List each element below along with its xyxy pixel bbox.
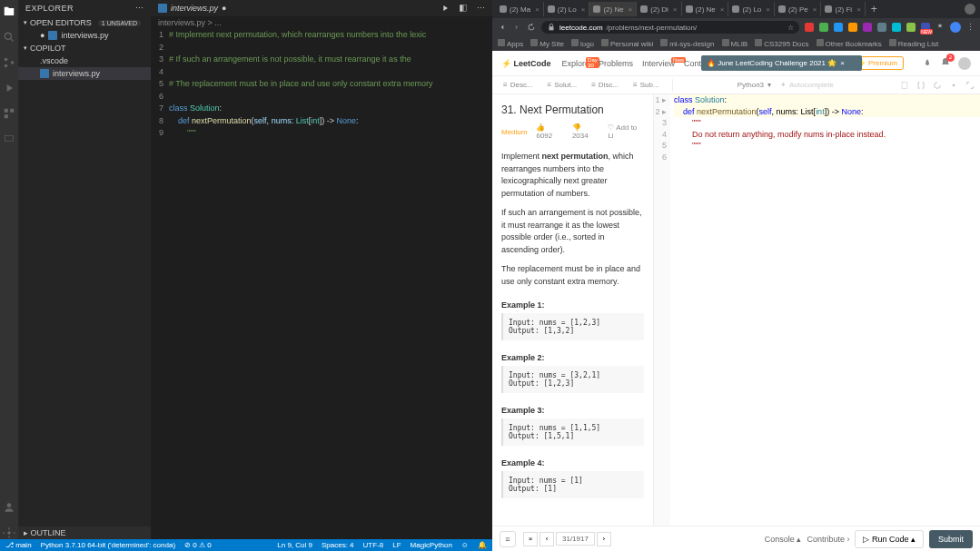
avatar[interactable] (958, 57, 971, 70)
settings-icon[interactable] (949, 81, 958, 90)
editor-tab[interactable]: interviews.py● (151, 2, 233, 15)
outline-section[interactable]: ▸ OUTLINE (18, 526, 151, 539)
extensions-icon[interactable] (3, 107, 15, 120)
nav-link[interactable]: Problems (599, 59, 633, 68)
bookmark-item[interactable]: CS3295 Docs (755, 39, 808, 48)
explorer-icon[interactable] (3, 5, 15, 18)
contribute-link[interactable]: Contribute › (807, 535, 849, 544)
next-button[interactable]: › (597, 532, 611, 546)
search-icon[interactable] (3, 31, 15, 44)
extension-icon[interactable] (834, 23, 843, 32)
system-icon[interactable] (965, 4, 975, 15)
code-content[interactable]: class Solution: def nextPermutation(self… (670, 94, 980, 526)
problem-subtab[interactable]: ≡Solut... (542, 79, 583, 91)
notifications-icon[interactable]: 🔔 (478, 541, 487, 549)
leetcode-logo[interactable]: ⚡ LeetCode (501, 59, 551, 68)
code-editor[interactable]: 123456789 # Implement next permutation, … (151, 29, 492, 539)
notes-icon[interactable] (900, 81, 909, 90)
bookmark-item[interactable]: Personal wiki (601, 39, 653, 48)
more-icon[interactable]: ⋯ (135, 4, 144, 13)
browser-tab[interactable]: (2) Fi× (821, 2, 865, 16)
status-eol[interactable]: LF (392, 541, 401, 549)
browser-tab[interactable]: (2) Di× (637, 2, 681, 16)
prev-button[interactable]: ‹ (539, 532, 554, 546)
remote-icon[interactable] (3, 133, 15, 145)
gear-icon[interactable] (3, 526, 15, 539)
close-icon[interactable]: × (840, 59, 845, 67)
copilot-section[interactable]: ▾COPILOT (18, 42, 151, 54)
status-problems[interactable]: ⊘ 0 ⚠ 0 (184, 541, 212, 549)
browser-tab[interactable]: (2) Lo× (728, 2, 775, 16)
forward-icon[interactable] (512, 23, 521, 32)
brackets-icon[interactable] (916, 81, 926, 90)
problem-subtab[interactable]: ≡Disc... (586, 79, 624, 91)
bookmark-item[interactable]: logo (571, 39, 594, 48)
add-to-list[interactable]: ♡ Add to Li (608, 123, 644, 140)
status-cursor[interactable]: Ln 9, Col 9 (277, 541, 312, 549)
extension-icon[interactable] (892, 23, 901, 32)
bookmark-item[interactable]: Apps (498, 39, 523, 48)
feedback-icon[interactable]: ☺ (461, 541, 469, 549)
notification-icon[interactable]: 2 (940, 57, 951, 70)
back-icon[interactable] (498, 23, 507, 32)
browser-tab[interactable]: (2) Ne× (589, 2, 637, 16)
extension-icon[interactable] (906, 23, 916, 32)
profile-icon[interactable] (950, 22, 961, 33)
folder-item[interactable]: .vscode (18, 54, 151, 67)
leetcode-editor[interactable]: 1 ▸2 ▸3456 class Solution: def nextPermu… (654, 94, 980, 526)
problems-list-button[interactable]: ≡ (500, 531, 516, 547)
status-spaces[interactable]: Spaces: 4 (322, 541, 354, 549)
bookmark-item[interactable]: My Site (530, 39, 564, 48)
star-icon[interactable]: ☆ (787, 24, 794, 32)
extension-icon[interactable] (863, 23, 872, 32)
bookmark-item[interactable]: MLIB (722, 39, 748, 48)
status-encoding[interactable]: UTF-8 (363, 541, 384, 549)
browser-tab[interactable]: (2) Pe× (775, 2, 821, 16)
account-icon[interactable] (3, 501, 15, 514)
challenge-banner[interactable]: 🔥 June LeetCoding Challenge 2021 🌟× (701, 55, 862, 71)
status-branch[interactable]: ⎇ main (5, 541, 32, 549)
problem-subtab[interactable]: ≡Sub... (628, 79, 665, 91)
new-tab-button[interactable]: + (866, 3, 883, 15)
extension-icon[interactable] (819, 23, 828, 32)
autocomplete-toggle[interactable]: ✦ Autocomplete (775, 79, 839, 91)
submit-button[interactable]: Submit (929, 530, 973, 548)
run-icon[interactable] (441, 4, 450, 13)
dislikes[interactable]: 👎 2034 (572, 123, 599, 140)
address-bar[interactable]: leetcode.com/problems/next-permutation/ … (541, 21, 799, 34)
file-item[interactable]: interviews.py (18, 67, 151, 80)
reset-icon[interactable] (933, 81, 942, 90)
menu-icon[interactable]: ⋮ (966, 23, 975, 32)
language-selector[interactable]: Python3 ▾ (737, 81, 771, 89)
debug-icon[interactable] (3, 82, 15, 94)
code-content[interactable]: # Implement next permutation, which rear… (169, 29, 492, 539)
source-control-icon[interactable] (3, 56, 15, 69)
bookmark-item[interactable]: Reading List (889, 39, 938, 48)
reload-icon[interactable] (527, 23, 536, 32)
browser-tab[interactable]: (2) Lo× (544, 2, 590, 16)
nav-link[interactable]: ExploreDay 30 (562, 59, 590, 68)
open-editors-section[interactable]: ▾OPEN EDITORS1 UNSAVED (18, 16, 151, 29)
extension-icon[interactable] (877, 23, 886, 32)
open-editor-item[interactable]: ●interviews.py (18, 29, 151, 42)
more-icon[interactable]: ⋯ (477, 4, 485, 13)
extension-icon[interactable]: NEW (921, 23, 930, 32)
extension-icon[interactable] (805, 23, 814, 32)
bookmark-item[interactable]: Other Bookmarks (817, 39, 882, 48)
streak-icon[interactable] (922, 58, 933, 69)
split-icon[interactable] (459, 4, 468, 13)
browser-tab[interactable]: (2) Ne× (682, 2, 729, 16)
browser-tab[interactable]: (2) Ma× (496, 2, 544, 16)
status-lang[interactable]: MagicPython (411, 541, 452, 549)
likes[interactable]: 👍 6092 (536, 123, 562, 140)
bookmark-item[interactable]: ml-sys-design (660, 39, 714, 48)
close-button[interactable]: × (523, 532, 538, 546)
nav-link[interactable]: InterviewNew (642, 59, 675, 68)
extension-icon[interactable] (848, 23, 857, 32)
status-python[interactable]: Python 3.7.10 64-bit ('determined': cond… (41, 541, 175, 549)
extensions-menu-icon[interactable] (935, 23, 945, 32)
fullscreen-icon[interactable] (965, 81, 975, 90)
problem-subtab[interactable]: ≡Desc... (498, 79, 539, 91)
breadcrumb[interactable]: interviews.py > ... (151, 16, 492, 29)
console-toggle[interactable]: Console ▴ (765, 535, 802, 544)
